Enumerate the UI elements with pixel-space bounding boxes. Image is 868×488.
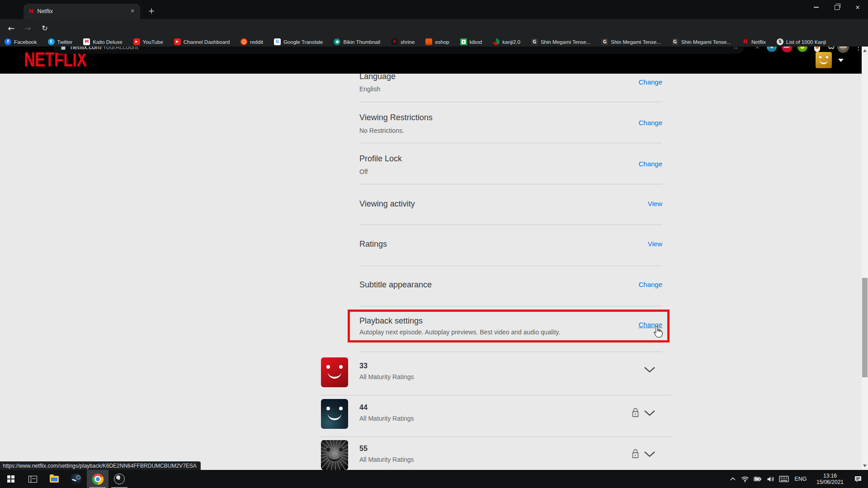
divider [359,143,662,143]
divider [359,266,662,266]
obs-button[interactable] [108,470,130,488]
highlight-box [348,310,670,343]
restore-icon [835,5,840,10]
language-indicator[interactable]: ENG [791,470,810,488]
scrollbar-down-arrow[interactable] [863,465,867,467]
bookmark-shin-megami-3[interactable]: Shin Megami Tense... [672,38,731,45]
bookmark-shrine[interactable]: shrine [391,38,415,45]
bookmark-shin-megami-1[interactable]: Shin Megami Tense... [531,38,590,45]
bookmark-channel-dashboard[interactable]: Channel Dashboard [174,38,230,45]
divider [359,352,662,352]
chevron-down-icon[interactable] [644,450,656,458]
bookmark-reddit[interactable]: reddit [241,38,263,45]
viewing-activity-view-link[interactable]: View [648,200,662,207]
hidden-icons-chevron[interactable] [727,470,739,488]
steam-icon [71,474,81,484]
browser-tab-netflix[interactable]: N Netflix ✕ [24,4,140,19]
tab-title: Netflix [37,8,128,14]
lock-icon [631,448,640,460]
avatar-smile [328,411,341,420]
kibod-icon [460,38,467,45]
avatar-smile [820,58,828,64]
viewing-restrictions-change-link[interactable]: Change [638,119,662,127]
twitter-icon [48,38,55,45]
start-button[interactable] [0,470,22,488]
setting-value-language: English [359,85,380,93]
profile-avatar-44[interactable] [321,399,348,429]
setting-title-ratings: Ratings [359,239,387,249]
shrine-icon [391,38,398,45]
profile-name: 33 [359,362,368,370]
bookmark-kaito-deluxe[interactable]: Kaito Deluxe [83,38,122,45]
window-minimize-button[interactable] [806,0,826,14]
window-restore-button[interactable] [826,0,847,14]
task-view-button[interactable] [22,470,43,488]
eshop-icon [425,38,432,45]
bookmark-kibod[interactable]: kibod [460,38,482,45]
touch-keyboard-icon[interactable] [777,470,791,488]
reload-icon[interactable]: ↻ [38,19,52,37]
clock[interactable]: 13:16 15/06/2021 [810,470,850,488]
browser-chrome: N Netflix ✕ + ✕ ← → ↻ netflix.com/YourAc… [0,0,868,47]
avatar-smile [328,452,341,461]
tab-close-icon[interactable]: ✕ [128,7,137,15]
netflix-icon [742,38,749,45]
gamepedia-icon [672,38,679,45]
avatar-smile [328,369,341,379]
bookmark-kanji2[interactable]: kanji2.0 [493,38,520,45]
lock-icon [631,407,640,418]
ratings-view-link[interactable]: View [648,240,662,248]
profile-lock-change-link[interactable]: Change [638,160,662,168]
scrollbar[interactable] [862,47,868,470]
folder-icon [50,476,59,483]
profile-avatar-55[interactable] [321,440,348,470]
windows-logo-icon [7,475,14,483]
chrome-button[interactable] [87,470,108,488]
account-avatar[interactable] [816,52,832,68]
gmail-icon [83,38,90,45]
account-caret-down-icon[interactable] [838,59,844,62]
divider [319,436,671,437]
browser-toolbar: ← → ↻ netflix.com/YourAccount ☆ ✕ ↓ ABP … [0,19,868,37]
bookmark-netflix[interactable]: Netflix [742,38,766,45]
scrollbar-thumb[interactable] [862,278,868,377]
bookmark-bikin-thumbnail[interactable]: Bikin Thumbnail [334,38,380,45]
wifi-icon[interactable] [739,470,751,488]
clock-time: 13:16 [816,473,844,479]
bookmark-twitter[interactable]: Twitter [48,38,73,45]
action-center-icon[interactable] [850,470,866,488]
status-bar-url: https://www.netflix.com/settings/playbac… [0,461,201,470]
bookmark-youtube[interactable]: YouTube [133,38,163,45]
back-icon[interactable]: ← [5,19,18,37]
divider [359,184,662,184]
tab-strip: N Netflix ✕ + ✕ [0,0,868,19]
system-tray: ENG 13:16 15/06/2021 [727,470,868,488]
new-tab-button[interactable]: + [146,5,157,17]
screen: N Netflix ✕ + ✕ ← → ↻ netflix.com/YourAc… [0,0,868,488]
windows-taskbar: ENG 13:16 15/06/2021 [0,470,868,488]
window-close-button[interactable]: ✕ [847,0,868,14]
kanji-icon [493,38,500,45]
chevron-down-icon[interactable] [644,366,656,373]
file-explorer-button[interactable] [43,470,65,488]
setting-value-profile-lock: Off [359,168,368,175]
bookmark-list-of-1000-kanji[interactable]: List of 1000 Kanji [777,38,826,45]
forward-icon[interactable]: → [21,19,34,37]
bookmark-facebook[interactable]: Facebook [5,38,37,45]
subtitle-appearance-change-link[interactable]: Change [638,281,662,288]
chevron-down-icon[interactable] [644,409,656,417]
divider [359,102,662,102]
battery-icon[interactable] [751,470,764,488]
bookmark-eshop[interactable]: eshop [425,38,449,45]
gamepedia-icon [601,38,608,45]
steam-button[interactable] [65,470,87,488]
gamepedia-icon [531,38,538,45]
youtube-icon [174,38,181,45]
bookmark-shin-megami-2[interactable]: Shin Megami Tense... [601,38,660,45]
profile-avatar-33[interactable] [321,357,348,387]
language-change-link[interactable]: Change [638,78,662,86]
minimize-icon [814,7,819,7]
bookmark-google-translate[interactable]: Google Translate [274,38,323,45]
volume-icon[interactable] [764,470,777,488]
setting-title-profile-lock: Profile Lock [359,154,402,164]
